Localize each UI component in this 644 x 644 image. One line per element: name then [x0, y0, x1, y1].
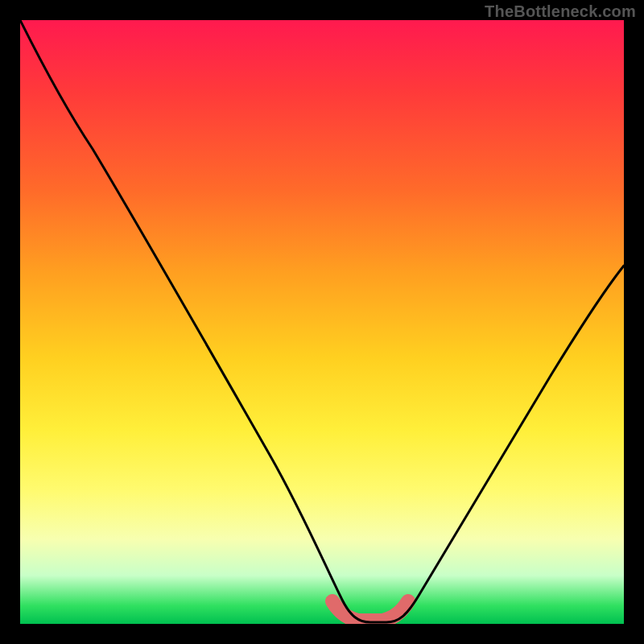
plot-area — [20, 20, 624, 624]
curve-path — [20, 20, 624, 622]
bottleneck-curve — [20, 20, 624, 624]
chart-frame: TheBottleneck.com — [0, 0, 644, 644]
watermark-text: TheBottleneck.com — [485, 2, 636, 21]
